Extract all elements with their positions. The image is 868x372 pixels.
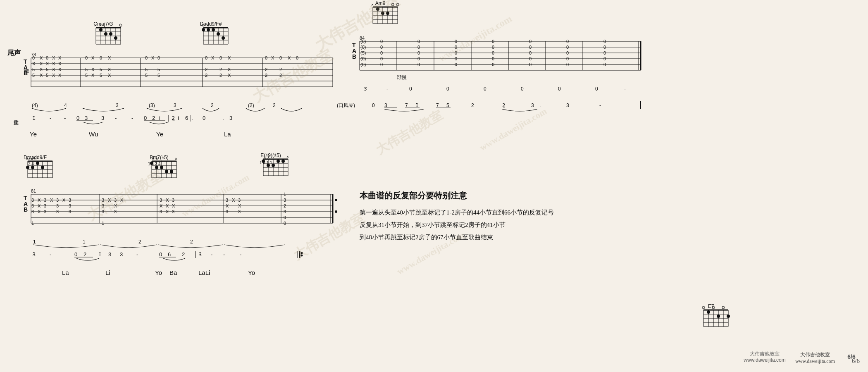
info-title: 本曲谱的反复部分要特别注意 <box>360 190 554 201</box>
page-container: 大伟吉他教室 www.daweijita.com 大伟吉他教室 大伟吉他教室 w… <box>0 0 868 372</box>
info-content: 第一遍从头至40小节跳至标记了1-2房子的44小节直到66小节的反复记号 反复从… <box>360 206 554 243</box>
page-number: 6/6 <box>852 358 860 365</box>
studio-name: 大伟吉他教室 <box>795 351 835 358</box>
section-label-weisheng: 尾声 <box>7 49 21 57</box>
footer: 大伟吉他教室 www.daweijita.com <box>795 351 835 365</box>
website: www.daweijita.com <box>795 358 835 365</box>
main-canvas <box>0 0 868 372</box>
info-box: 本曲谱的反复部分要特别注意 第一遍从头至40小节跳至标记了1-2房子的44小节直… <box>360 190 554 243</box>
